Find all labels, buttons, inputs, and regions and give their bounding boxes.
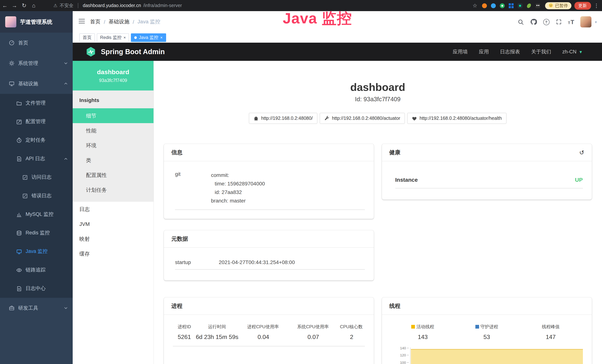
sidebar-item-label: Redis 监控 bbox=[26, 230, 50, 236]
sba-brand[interactable]: Spring Boot Admin bbox=[73, 46, 165, 57]
extension-icon[interactable] bbox=[526, 3, 532, 8]
caret-down-icon[interactable]: ▾ bbox=[595, 20, 597, 24]
instance-nav-caches[interactable]: 缓存 bbox=[73, 246, 153, 261]
endpoint-link-actuator[interactable]: http://192.168.0.2:48080/actuator bbox=[320, 113, 405, 124]
sidebar-item-infrastructure[interactable]: 基础设施 bbox=[0, 74, 73, 94]
user-avatar[interactable] bbox=[580, 16, 592, 27]
sidebar-item-home[interactable]: 首页 bbox=[0, 33, 73, 53]
history-icon[interactable]: ↺ bbox=[579, 149, 584, 156]
fullscreen-icon[interactable] bbox=[556, 19, 562, 25]
back-icon[interactable]: ← bbox=[0, 0, 10, 11]
sba-link-wallboard[interactable]: 应用墙 bbox=[453, 48, 468, 55]
sidebar-item-scheduled-tasks[interactable]: 定时任务 bbox=[0, 131, 73, 150]
tab-redis-monitor[interactable]: Redis 监控 × bbox=[97, 33, 129, 42]
instance-nav-logs[interactable]: 日志 bbox=[73, 202, 153, 217]
sidebar-item-file-management[interactable]: 文件管理 bbox=[0, 94, 73, 112]
font-size-icon[interactable]: TT bbox=[568, 19, 574, 25]
chevron-up-icon bbox=[64, 82, 68, 86]
java-monitor-icon bbox=[16, 249, 22, 254]
github-icon[interactable] bbox=[530, 19, 537, 25]
help-icon[interactable]: ? bbox=[543, 19, 549, 25]
endpoint-link-root[interactable]: http://192.168.0.2:48080/ bbox=[249, 113, 318, 124]
paused-badge[interactable]: 已暂停 bbox=[545, 2, 571, 9]
extension-icon[interactable] bbox=[508, 3, 514, 8]
sidebar-item-dev-tools[interactable]: 研发工具 bbox=[0, 298, 73, 318]
extension-icon[interactable] bbox=[499, 3, 505, 8]
info-value-line: time: 1596289704000 bbox=[211, 180, 265, 188]
reload-icon[interactable]: ↻ bbox=[19, 0, 29, 11]
browser-toolbar: ← → ↻ ⌂ ⚠ 不安全 dashboard.yudao.iocoder.cn… bbox=[0, 0, 602, 11]
sidebar-item-label: 错误日志 bbox=[32, 193, 52, 199]
chevron-down-icon bbox=[64, 306, 68, 310]
sidebar-item-label: 系统管理 bbox=[18, 60, 38, 66]
paused-label: 已暂停 bbox=[555, 3, 568, 8]
instance-nav-jvm[interactable]: JVM bbox=[73, 217, 153, 231]
endpoint-links: http://192.168.0.2:48080/ http://192.168… bbox=[153, 113, 602, 124]
extension-icon[interactable] bbox=[535, 3, 541, 8]
instance-nav-environment[interactable]: 环境 bbox=[73, 138, 153, 153]
sidebar-item-label: 访问日志 bbox=[32, 174, 52, 181]
sba-brand-title: Spring Boot Admin bbox=[101, 48, 165, 56]
process-divider bbox=[173, 346, 365, 346]
sba-logo-icon bbox=[85, 46, 97, 57]
update-button[interactable]: 更新 bbox=[574, 2, 591, 10]
sidebar-item-label: 配置管理 bbox=[26, 118, 46, 125]
address-bar[interactable]: ⚠ 不安全 dashboard.yudao.iocoder.cn/infra/a… bbox=[54, 2, 182, 9]
wrench-icon bbox=[325, 116, 329, 121]
sidebar-item-access-logs[interactable]: 访问日志 bbox=[0, 168, 73, 187]
sidebar-item-label: 定时任务 bbox=[26, 137, 46, 143]
url-path: /infra/admin-server bbox=[143, 3, 182, 8]
sba-link-applications[interactable]: 应用 bbox=[479, 48, 489, 55]
sidebar-item-config-management[interactable]: 配置管理 bbox=[0, 112, 73, 131]
sidebar-item-log-center[interactable]: 日志中心 bbox=[0, 279, 73, 298]
legend-label: 线程峰值 bbox=[542, 324, 559, 329]
sidebar-item-mysql-monitor[interactable]: MySQL 监控 bbox=[0, 205, 73, 224]
sidebar-item-system[interactable]: 系统管理 bbox=[0, 53, 73, 74]
breadcrumb-home[interactable]: 首页 bbox=[90, 19, 100, 25]
document-icon bbox=[16, 286, 22, 291]
close-icon[interactable]: × bbox=[160, 36, 163, 40]
tab-java-monitor[interactable]: Java 监控 × bbox=[131, 33, 166, 42]
health-instance-label: Instance bbox=[395, 176, 418, 183]
extension-icon[interactable] bbox=[491, 3, 496, 8]
extension-icon[interactable] bbox=[517, 3, 523, 8]
sidebar-item-api-logs[interactable]: API 日志 bbox=[0, 150, 73, 168]
endpoint-link-health[interactable]: http://192.168.0.2:48080/actuator/health bbox=[407, 113, 506, 124]
card-title: 元数据 bbox=[171, 235, 188, 242]
app-logo[interactable]: 芋道管理系统 bbox=[0, 11, 73, 33]
axis-tick-label: 140 bbox=[400, 346, 406, 350]
sba-link-journal[interactable]: 日志报表 bbox=[500, 48, 520, 55]
sidebar-item-redis-monitor[interactable]: Redis 监控 bbox=[0, 224, 73, 242]
forward-icon[interactable]: → bbox=[10, 0, 19, 11]
chevron-down-icon bbox=[64, 61, 68, 65]
sidebar-item-java-monitor[interactable]: Java 监控 bbox=[0, 242, 73, 261]
sba-link-about[interactable]: 关于我们 bbox=[531, 48, 551, 55]
home-icon[interactable]: ⌂ bbox=[29, 0, 39, 11]
close-icon[interactable]: × bbox=[123, 36, 126, 40]
instance-nav-classes[interactable]: 类 bbox=[73, 153, 153, 168]
bookmark-star-icon[interactable]: ☆ bbox=[473, 3, 477, 9]
sidebar-item-error-logs[interactable]: 错误日志 bbox=[0, 187, 73, 205]
language-selector[interactable]: zh-CN ▼ bbox=[562, 49, 583, 54]
sidebar-item-link-tracing[interactable]: 链路追踪 bbox=[0, 261, 73, 279]
sidebar-item-label: 首页 bbox=[18, 40, 28, 46]
extension-icon[interactable] bbox=[482, 3, 487, 8]
sidebar-item-label: Java 监控 bbox=[26, 248, 48, 255]
address-divider bbox=[78, 3, 78, 8]
gear-icon bbox=[9, 60, 14, 66]
tab-label: Redis 监控 bbox=[100, 34, 122, 41]
hamburger-icon[interactable] bbox=[79, 19, 85, 25]
main-content: dashboard Id: 93a3fc7f7409 http://192.16… bbox=[153, 61, 602, 364]
tab-home[interactable]: 首页 bbox=[79, 33, 95, 42]
instance-nav-scheduled-tasks[interactable]: 计划任务 bbox=[73, 182, 153, 197]
axis-tick-label: 100 bbox=[400, 360, 406, 364]
browser-menu-icon[interactable]: ⋮ bbox=[594, 3, 599, 9]
instance-nav-config-props[interactable]: 配置属性 bbox=[73, 168, 153, 182]
page-header: 首页 / 基础设施 / Java 监控 ? TT ▾ bbox=[73, 11, 602, 33]
instance-nav-details[interactable]: 细节 bbox=[73, 108, 153, 123]
instance-header[interactable]: dashboard 93a3fc7f7409 bbox=[73, 61, 153, 90]
instance-nav-performance[interactable]: 性能 bbox=[73, 123, 153, 138]
instance-nav-mappings[interactable]: 映射 bbox=[73, 231, 153, 246]
search-icon[interactable] bbox=[517, 19, 524, 25]
breadcrumb-infrastructure[interactable]: 基础设施 bbox=[109, 19, 129, 25]
